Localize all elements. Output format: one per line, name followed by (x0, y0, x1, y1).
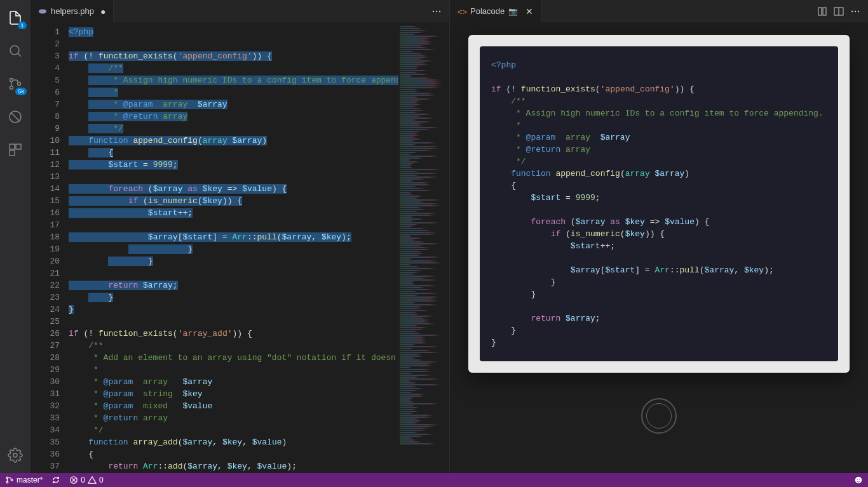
status-bar: master* 0 0 (0, 473, 868, 487)
polacode-tab-icon: <> (458, 7, 466, 16)
svg-point-2 (10, 86, 13, 90)
svg-point-26 (859, 479, 860, 479)
close-icon[interactable]: ✕ (526, 6, 533, 17)
svg-point-20 (6, 477, 8, 479)
minimap[interactable] (398, 22, 449, 473)
warnings-count: 0 (99, 476, 104, 484)
tab-label: helpers.php (51, 6, 94, 16)
svg-rect-6 (16, 144, 21, 149)
tab-label: Polacode (470, 6, 505, 16)
svg-point-1 (10, 79, 13, 82)
search-icon[interactable] (0, 38, 31, 63)
svg-point-17 (851, 10, 853, 11)
feedback-icon[interactable] (854, 476, 863, 484)
more-actions-icon[interactable] (431, 6, 442, 17)
tab-polacode[interactable]: <> Polacode 📷 ✕ (450, 0, 541, 22)
dirty-indicator-icon: ● (100, 6, 105, 17)
activity-bar: 1 5k (0, 0, 31, 473)
tab-helpers-php[interactable]: helpers.php ● (31, 0, 114, 22)
scm-badge: 5k (15, 88, 27, 95)
polacode-preview: <?php if (! function_exists('append_conf… (450, 22, 868, 473)
svg-point-18 (855, 10, 856, 11)
explorer-icon[interactable]: 1 (0, 5, 31, 30)
shutter-button[interactable] (641, 398, 677, 434)
settings-icon[interactable] (0, 443, 31, 468)
tabs-left: helpers.php ● (31, 0, 449, 22)
git-branch[interactable]: master* (5, 476, 43, 484)
extensions-icon[interactable] (0, 137, 31, 163)
svg-point-9 (39, 9, 46, 13)
php-file-icon (38, 7, 47, 16)
svg-point-25 (857, 479, 858, 479)
svg-point-10 (433, 10, 434, 11)
svg-rect-7 (10, 150, 15, 156)
line-gutter: 1234567891011121314151617181920212223242… (31, 22, 69, 473)
tabs-right: <> Polacode 📷 ✕ (450, 0, 868, 22)
svg-point-3 (18, 83, 21, 86)
debug-icon[interactable] (0, 104, 31, 130)
polacode-card: <?php if (! function_exists('append_conf… (468, 35, 850, 373)
svg-point-21 (6, 481, 8, 483)
editor-group-right: <> Polacode 📷 ✕ <?php if (! function_exi… (450, 0, 868, 473)
svg-point-11 (436, 10, 437, 11)
shutter-icon (646, 403, 672, 429)
svg-point-22 (11, 479, 13, 481)
branch-label: master* (17, 476, 43, 484)
open-changes-icon[interactable] (817, 6, 827, 17)
errors-count: 0 (81, 476, 85, 484)
split-editor-icon[interactable] (834, 6, 844, 17)
svg-point-0 (10, 46, 19, 55)
polacode-code: <?php if (! function_exists('append_conf… (480, 46, 838, 361)
editor-group-left: helpers.php ● 12345678910111213141516171… (31, 0, 450, 473)
svg-point-19 (858, 10, 859, 11)
svg-point-12 (439, 10, 440, 11)
camera-icon: 📷 (508, 7, 518, 16)
problems[interactable]: 0 0 (69, 476, 103, 484)
explorer-badge: 1 (18, 22, 27, 29)
svg-point-8 (13, 453, 17, 457)
svg-point-24 (855, 477, 862, 484)
code-editor-left[interactable]: <?php if (! function_exists('append_conf… (69, 22, 398, 473)
svg-rect-14 (823, 8, 826, 15)
source-control-icon[interactable]: 5k (0, 71, 31, 97)
sync-button[interactable] (51, 476, 60, 484)
more-actions-icon[interactable] (850, 6, 860, 17)
svg-rect-5 (10, 144, 15, 149)
svg-rect-13 (818, 8, 822, 15)
